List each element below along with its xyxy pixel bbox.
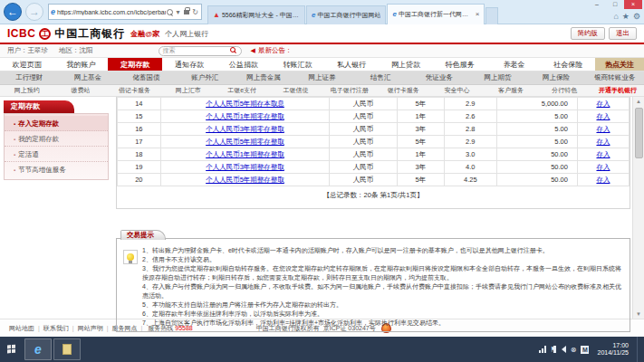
scrollbar-thumb[interactable] [635, 108, 643, 158]
nav-online-loan[interactable]: 网上贷款 [379, 58, 433, 71]
nav-security-center[interactable]: 安全中心 [430, 86, 484, 95]
nav-certificate-business[interactable]: 凭证业务 [409, 73, 468, 82]
nav-charity[interactable]: 公益捐款 [216, 58, 271, 71]
nav-notice-deposit[interactable]: 通知存款 [162, 58, 216, 71]
taskbar-app-icon[interactable] [53, 338, 81, 360]
footer-link-contact[interactable]: 联系我们 [40, 324, 72, 333]
product-link[interactable]: 个人人民币5年期存本取息 [160, 98, 330, 110]
nav-savings-bonds[interactable]: 储蓄国债 [117, 73, 176, 82]
nav-social-insurance[interactable]: 社会保险 [541, 58, 595, 71]
tab-close-icon[interactable]: × [476, 10, 480, 18]
nav-fixed-deposit-active[interactable]: 定期存款 [108, 58, 162, 71]
back-button[interactable]: ← [4, 3, 22, 21]
nav-bank-card-service[interactable]: 银行卡服务 [377, 86, 430, 95]
nav-transfer[interactable]: 转账汇款 [271, 58, 325, 71]
nav-customer-service[interactable]: 客户服务 [484, 86, 537, 95]
deposit-action-link[interactable]: 存入 [577, 110, 629, 123]
row-seq: 18 [118, 148, 161, 161]
product-link[interactable]: 个人人民币1年期零存整取 [160, 110, 330, 123]
deposit-action-link[interactable]: 存入 [577, 161, 629, 174]
minimize-button[interactable]: – [588, 0, 606, 9]
announcement[interactable]: ◀ 最新公告： [251, 46, 293, 55]
nav-online-securities[interactable]: 网上证券 [293, 73, 351, 82]
nav-pension[interactable]: 养老金 [487, 58, 542, 71]
eject-icon[interactable]: ⊗ [571, 346, 577, 354]
taskbar-ie-icon[interactable]: e [24, 338, 52, 360]
footer-link-sitemap[interactable]: 网站地图 [5, 324, 38, 333]
deposit-action-link[interactable]: 存入 [577, 98, 629, 110]
nav-online-reservation[interactable]: 网上预约 [0, 86, 53, 95]
product-link[interactable]: 个人人民币5年期零存整取 [160, 136, 330, 148]
tab-icbc-ebank-active[interactable]: e 中国工商银行新一代网上银行 × [387, 4, 485, 24]
scroll-up-icon[interactable]: ▲ [636, 97, 641, 106]
close-button[interactable]: × [624, 0, 642, 9]
address-bar[interactable]: e https://mybank.icbc.com.cn/icbc/perban… [48, 4, 202, 20]
nav-online-futures[interactable]: 网上期货 [468, 73, 527, 82]
start-button[interactable] [0, 337, 24, 362]
refresh-icon[interactable]: ↻ [191, 8, 199, 16]
nav-icbc-messenger[interactable]: 工银信使 [269, 86, 322, 95]
sidebar-item-deposit-fixed[interactable]: 存入定期存款 [5, 116, 108, 131]
tab-title: 中国工商银行中国网站 [317, 11, 380, 20]
open-mobile-banking-link[interactable]: 开通手机银行 [591, 86, 644, 95]
ime-m-icon[interactable]: M [581, 346, 589, 354]
nav-online-insurance[interactable]: 网上保险 [527, 73, 586, 82]
nav-online-funds[interactable]: 网上基金 [59, 73, 118, 82]
deposit-action-link[interactable]: 存入 [577, 123, 629, 136]
tab-icbc-site[interactable]: e 中国工商银行中国网站 [306, 5, 386, 24]
new-tab-button[interactable] [485, 7, 498, 24]
show-desktop-button[interactable] [637, 337, 640, 362]
favorites-star-icon[interactable]: ★ [622, 12, 630, 21]
simple-version-button[interactable]: 简约版 [571, 27, 606, 40]
transaction-tips-panel: 交易提示 1、转出账户为理财金账户卡、e时代卡或活期一本通卡内的活期账户时，存入… [116, 238, 630, 332]
nav-precious-metals[interactable]: 网上贵金属 [235, 73, 293, 82]
nav-icbc-epay[interactable]: 工银e支付 [215, 86, 268, 95]
tab-5566[interactable]: ▲ 5566精彩网址大全 - 中国最早... [207, 5, 305, 24]
nav-bank-futures-transfer[interactable]: 银商转账业务 [585, 73, 644, 82]
sidebar-item-my-fixed-deposits[interactable]: 我的定期存款 [5, 131, 108, 147]
nav-payment-station[interactable]: 缴费站 [53, 86, 107, 95]
volume-icon[interactable] [562, 346, 566, 353]
nav-icbc-wealth[interactable]: 工行理财 [0, 73, 59, 82]
network-signal-icon[interactable] [539, 346, 546, 353]
deposit-action-link[interactable]: 存入 [577, 148, 629, 161]
row-min-amount: 50.00 [496, 161, 577, 174]
row-min-amount: 5,000.00 [496, 98, 577, 110]
nav-debit-card-service[interactable]: 借记卡服务 [108, 86, 161, 95]
nav-account-forex[interactable]: 账户外汇 [176, 73, 235, 82]
sidebar-item-jiejiegao[interactable]: 节节高增值服务 [5, 162, 108, 177]
content-scrollbar[interactable]: ▲ ▼ [632, 97, 644, 319]
nav-featured-service[interactable]: 特色服务 [433, 58, 487, 71]
settings-gear-icon[interactable]: ⚙ [633, 12, 640, 21]
home-icon[interactable]: ⌂ [613, 12, 618, 21]
nav-online-forex-market[interactable]: 网上汇市 [161, 86, 215, 95]
product-link[interactable]: 个人人民币3年期整存整取 [160, 161, 330, 174]
scroll-down-icon[interactable]: ▼ [636, 310, 641, 319]
search-magnifier-icon[interactable] [230, 47, 237, 54]
product-link[interactable]: 个人人民币3年期零存整取 [160, 123, 330, 136]
chevron-down-icon[interactable]: ▾ [174, 8, 182, 16]
footer-link-statement[interactable]: 网站声明 [74, 324, 107, 333]
row-min-amount: 5.00 [496, 136, 577, 148]
nav-forex-settlement[interactable]: 结售汇 [351, 73, 410, 82]
logout-button[interactable]: 退出 [609, 27, 637, 40]
forward-button[interactable]: → [25, 3, 43, 21]
url-text[interactable]: https://mybank.icbc.com.cn/icbc/perbank/… [57, 9, 166, 15]
deposit-action-link[interactable]: 存入 [577, 174, 629, 186]
nav-private-banking[interactable]: 私人银行 [324, 58, 379, 71]
nav-branch-features[interactable]: 分行特色 [538, 86, 591, 95]
search-icon[interactable] [167, 9, 173, 15]
nav-ebank-registration[interactable]: 电子银行注册 [322, 86, 376, 95]
back-icon: ← [7, 5, 18, 18]
product-link[interactable]: 个人人民币1年期整存整取 [160, 148, 330, 161]
hot-topics-tab[interactable]: 热点关注 [595, 58, 644, 71]
table-row: 19 个人人民币3年期整存整取 人民币 3年 4.0 50.00 存入 [118, 161, 630, 174]
taskbar-clock[interactable]: 17:00 2014/11/25 [593, 342, 632, 357]
deposit-action-link[interactable]: 存入 [577, 136, 629, 148]
restore-button[interactable]: □ [606, 0, 624, 9]
product-link[interactable]: 个人人民币5年期整存整取 [160, 174, 330, 186]
nav-welcome[interactable]: 欢迎页面 [0, 58, 54, 71]
sidebar-item-dinghuotong[interactable]: 定活通 [5, 147, 108, 162]
nav-my-account[interactable]: 我的账户 [54, 58, 109, 71]
search-input[interactable]: 搜索 [159, 46, 242, 56]
